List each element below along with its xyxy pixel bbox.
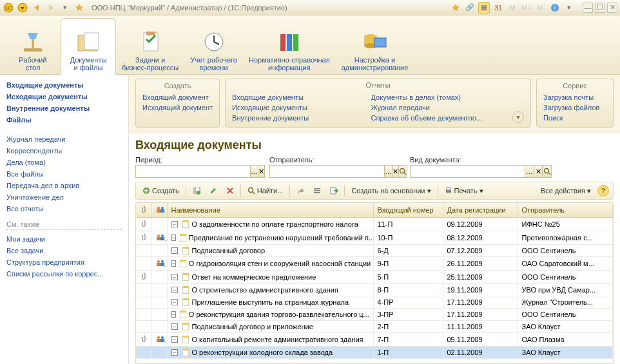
calculator-icon[interactable]: ▦	[478, 2, 490, 14]
tree-toggle-icon[interactable]: −	[171, 311, 176, 318]
tb-create-button[interactable]: Создать	[140, 184, 182, 197]
filter-sender-input[interactable]	[269, 165, 385, 178]
tree-toggle-icon[interactable]: −	[171, 323, 178, 330]
nav-all-tasks[interactable]: Все задачи	[6, 245, 122, 256]
filter-kind-clear[interactable]: ✕	[534, 165, 543, 178]
nav-destroy-cases[interactable]: Уничтожение дел	[6, 192, 122, 202]
filter-kind-choose[interactable]: …	[525, 165, 534, 178]
dropdown-small-icon[interactable]: ▾	[59, 2, 71, 14]
section-tasks-processes[interactable]: Задачи и бизнес-процессы	[116, 17, 184, 74]
table-row[interactable]: −Подписанный договор6-Д07.12.2009ООО Сен…	[136, 245, 613, 257]
nav-org-structure[interactable]: Структура предприятия	[6, 257, 122, 267]
create-incoming-doc[interactable]: Входящий документ	[142, 92, 213, 102]
info-icon[interactable]: i	[549, 2, 561, 14]
nav-mailing-lists[interactable]: Списки рассылки по коррес...	[6, 269, 122, 279]
nav-incoming-docs[interactable]: Входящие документы	[6, 80, 122, 90]
report-transfer-journal[interactable]: Журнал передачи	[371, 102, 501, 113]
nav-correspondents[interactable]: Корреспонденты	[6, 146, 122, 156]
create-outgoing-doc[interactable]: Исходящий документ	[142, 102, 213, 113]
table-row[interactable]: −О реконструкции холодного склада завода…	[136, 347, 613, 359]
favorites-add-icon[interactable]	[450, 2, 461, 14]
report-outgoing[interactable]: Исходящие документы	[232, 102, 362, 113]
tb-all-actions-button[interactable]: Все действия ▾	[538, 184, 594, 197]
col-participants[interactable]	[151, 203, 167, 218]
tree-toggle-icon[interactable]: −	[171, 274, 178, 280]
filter-period-input[interactable]	[135, 165, 251, 178]
tree-toggle-icon[interactable]: −	[171, 299, 178, 305]
tree-toggle-icon[interactable]: −	[171, 349, 178, 356]
table-row[interactable]: −Предписание по устранению нарушений тре…	[136, 231, 613, 245]
nav-transfer-journal[interactable]: Журнал передачи	[6, 134, 122, 144]
filter-sender-clear[interactable]: ✕	[392, 165, 399, 178]
maximize-button[interactable]: ☐	[595, 3, 605, 13]
star-icon[interactable]	[73, 2, 85, 14]
section-desktop[interactable]: Рабочий стол	[5, 17, 61, 74]
table-row[interactable]: −Подписанный договор и приложение2-П11.1…	[136, 321, 613, 333]
nav-cases[interactable]: Дела (тома)	[6, 157, 122, 168]
expand-reports-button[interactable]	[512, 111, 524, 123]
report-docflow-volume[interactable]: Справка об объеме документоо...	[371, 113, 501, 123]
tree-toggle-icon[interactable]: −	[171, 221, 178, 227]
service-search[interactable]: Поиск	[543, 113, 606, 123]
section-worktime[interactable]: Учет рабочего времени	[184, 17, 243, 74]
nav-internal-docs[interactable]: Внутренние документы	[6, 103, 122, 113]
tb-edit-button[interactable]	[207, 184, 220, 197]
filter-sender-search[interactable]	[399, 165, 407, 178]
tb-delete-button[interactable]	[224, 184, 237, 197]
info-dropdown-icon[interactable]: ▾	[563, 2, 575, 14]
dropdown-icon[interactable]	[17, 2, 28, 14]
tree-toggle-icon[interactable]: −	[171, 287, 178, 293]
tree-toggle-icon[interactable]: −	[171, 235, 176, 241]
col-attachment[interactable]	[136, 203, 151, 218]
col-sender[interactable]: Отправитель	[518, 203, 613, 218]
filter-kind-search[interactable]	[543, 165, 552, 178]
filter-period-choose[interactable]: …	[251, 165, 258, 178]
tb-list-button[interactable]	[311, 184, 324, 197]
back-icon[interactable]	[31, 2, 43, 14]
filter-period-clear[interactable]: ✕	[258, 165, 265, 178]
section-documents-files[interactable]: Документы и файлы	[61, 18, 116, 75]
filter-sender-choose[interactable]: …	[385, 165, 392, 178]
nav-files[interactable]: Файлы	[6, 115, 122, 125]
nav-all-files[interactable]: Все файлы	[6, 169, 122, 179]
forward-icon[interactable]	[45, 2, 57, 14]
help-button[interactable]: ?	[597, 185, 609, 196]
nav-archive-transfer[interactable]: Передача дел в архив	[6, 180, 122, 191]
service-load-files[interactable]: Загрузка файлов	[543, 102, 606, 113]
tb-create-based-button[interactable]: Создать на основании ▾	[349, 184, 433, 197]
table-row[interactable]: −О гидроизоляция стен и сооружений насос…	[136, 257, 613, 271]
nav-outgoing-docs[interactable]: Исходящие документы	[6, 91, 122, 102]
link-icon[interactable]: 🔗	[464, 2, 476, 14]
tb-tool-button[interactable]	[294, 184, 307, 197]
documents-table[interactable]: Наименование Входящий номер Дата регистр…	[135, 202, 614, 364]
cell-number: 10-П	[373, 231, 443, 245]
filter-kind-input[interactable]	[410, 165, 525, 178]
table-row[interactable]: −О капитальный ремонте административного…	[136, 333, 613, 347]
close-button[interactable]: ✕	[607, 3, 617, 13]
tree-toggle-icon[interactable]: −	[171, 336, 178, 343]
section-reference-info[interactable]: Нормативно-справочная информация	[243, 17, 336, 74]
calendar-icon[interactable]: 31	[492, 2, 504, 14]
table-row[interactable]: −О реконструкция здания торгово-развлека…	[136, 309, 613, 321]
tb-print-button[interactable]: Печать ▾	[442, 184, 486, 197]
table-row[interactable]: −О задолженности по оплате транспортного…	[136, 218, 613, 231]
tree-toggle-icon[interactable]: −	[171, 260, 176, 267]
tb-export-button[interactable]	[327, 184, 340, 197]
report-incoming[interactable]: Входящие документы	[232, 92, 362, 102]
report-docs-in-cases[interactable]: Документы в делах (томах)	[371, 92, 501, 102]
nav-my-tasks[interactable]: Мои задачи	[6, 234, 122, 244]
minimize-button[interactable]: —	[583, 3, 593, 13]
report-internal[interactable]: Внутренние документы	[232, 113, 362, 123]
col-name[interactable]: Наименование	[167, 203, 373, 218]
tb-copy-button[interactable]	[190, 184, 203, 197]
section-settings-admin[interactable]: Настройка и администрирование	[336, 17, 414, 74]
nav-all-reports[interactable]: Все отчеты	[6, 204, 122, 214]
table-row[interactable]: −О строительство административного здани…	[136, 284, 613, 296]
table-row[interactable]: −Приглашение выступить на страницах журн…	[136, 296, 613, 309]
service-load-mail[interactable]: Загрузка почты	[543, 92, 606, 102]
tb-find-button[interactable]: Найти...	[245, 184, 286, 197]
col-number[interactable]: Входящий номер	[373, 203, 443, 218]
col-date[interactable]: Дата регистрации	[443, 203, 518, 218]
tree-toggle-icon[interactable]: −	[171, 247, 178, 254]
table-row[interactable]: −Ответ на коммерческое предложение5-П25.…	[136, 271, 613, 284]
